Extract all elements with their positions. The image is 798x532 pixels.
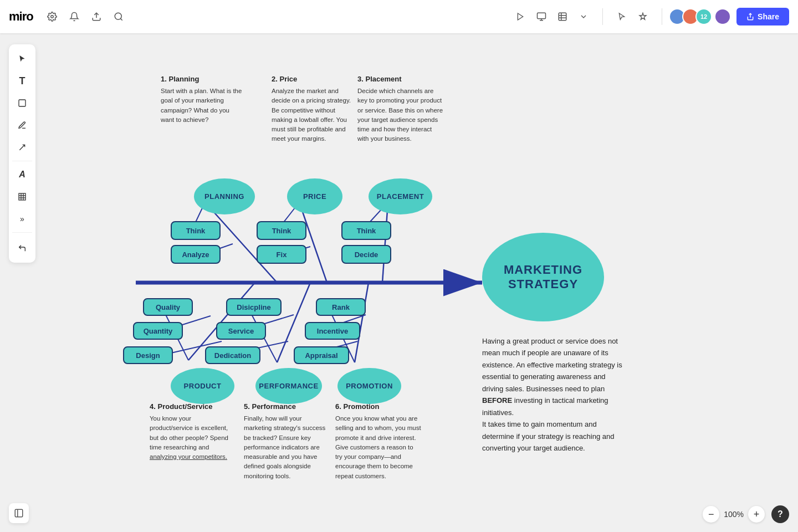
section-4-desc: You know your product/service is excelle… <box>150 414 233 462</box>
search-icon[interactable] <box>111 9 126 24</box>
design-node: Design <box>123 346 173 364</box>
header-icons <box>44 9 126 24</box>
svg-rect-5 <box>538 13 546 19</box>
planning-think-node: Think <box>171 221 221 240</box>
section-6-header: 6. Promotion Once you know what you are … <box>335 402 421 481</box>
price-think-node: Think <box>257 221 306 240</box>
section-5-header: 5. Performance Finally, how will your ma… <box>244 402 330 481</box>
rank-node: Rank <box>316 298 366 316</box>
avatar-count: 12 <box>695 8 712 25</box>
svg-point-2 <box>115 13 121 19</box>
share-label: Share <box>758 12 779 21</box>
section-1-header: 1. Planning Start with a plan. What is t… <box>161 75 244 125</box>
svg-point-0 <box>50 16 53 18</box>
promotion-oval: PROMOTION <box>337 368 401 404</box>
header: miro <box>0 0 798 33</box>
section-4-header: 4. Product/Service You know your product… <box>150 402 233 462</box>
section-2-title: Price <box>279 75 297 83</box>
price-fix-node: Fix <box>257 245 306 264</box>
planning-oval: PLANNING <box>194 178 255 214</box>
upload-icon[interactable] <box>89 9 104 24</box>
section-6-desc: Once you know what you are selling and t… <box>335 414 421 481</box>
placement-think-node: Think <box>341 221 391 240</box>
section-3-desc: Decide which channels are key to promoti… <box>357 86 443 144</box>
performance-oval: PERFORMANCE <box>255 368 322 404</box>
share-button[interactable]: Share <box>736 8 789 25</box>
strategy-description: Having a great product or service does n… <box>482 335 626 454</box>
svg-rect-8 <box>559 13 566 21</box>
notes-icon[interactable] <box>554 8 571 25</box>
logo: miro <box>9 9 33 24</box>
section-3-header: 3. Placement Decide which channels are k… <box>357 75 443 144</box>
cursor-icon[interactable] <box>613 8 631 25</box>
price-oval: PRICE <box>287 178 342 214</box>
quantity-node: Quantity <box>133 322 183 340</box>
svg-line-30 <box>382 202 388 283</box>
canvas: 1. Planning Start with a plan. What is t… <box>0 33 798 532</box>
section-2-desc: Analyze the market and decide on a prici… <box>272 86 357 144</box>
section-1-desc: Start with a plan. What is the goal of y… <box>161 86 244 125</box>
avatar-group: 12 <box>672 8 731 25</box>
marketing-strategy-oval: MARKETING STRATEGY <box>482 233 604 321</box>
section-1-title: Planning <box>168 75 199 83</box>
play-icon[interactable] <box>511 8 529 25</box>
dropdown-icon[interactable] <box>575 8 592 25</box>
quality-node: Quality <box>143 298 193 316</box>
svg-marker-4 <box>518 13 523 20</box>
divider2 <box>662 8 662 25</box>
product-oval: PRODUCT <box>171 368 234 404</box>
header-right: 12 Share <box>511 8 789 25</box>
incentive-node: Incentive <box>305 322 360 340</box>
dedication-node: Dedication <box>205 346 260 364</box>
placement-decide-node: Decide <box>341 245 391 264</box>
section-2-header: 2. Price Analyze the market and decide o… <box>272 75 357 144</box>
divider <box>602 8 603 25</box>
section-3-title: Placement <box>365 75 401 83</box>
svg-line-3 <box>120 18 122 20</box>
magic-icon[interactable] <box>634 8 652 25</box>
settings-icon[interactable] <box>44 9 60 24</box>
planning-analyze-node: Analyze <box>171 245 221 264</box>
discipline-node: Disicpline <box>226 298 282 316</box>
present-icon[interactable] <box>533 8 550 25</box>
service-node: Service <box>216 322 266 340</box>
section-5-desc: Finally, how will your marketing strateg… <box>244 414 330 481</box>
avatar-main <box>714 8 731 25</box>
svg-line-24 <box>205 202 277 283</box>
bell-icon[interactable] <box>66 9 82 24</box>
appraisal-node: Appraisal <box>294 346 349 364</box>
placement-oval: PLACEMENT <box>369 178 432 214</box>
